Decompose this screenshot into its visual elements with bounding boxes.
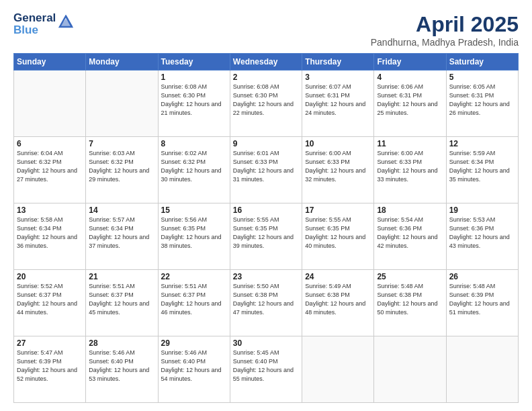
day-info: Sunrise: 5:51 AMSunset: 6:37 PMDaylight:… [161, 282, 227, 317]
day-number: 11 [377, 139, 443, 148]
day-number: 21 [89, 272, 154, 281]
header: General Blue April 2025 Pandhurna, Madhy… [13, 12, 519, 48]
table-row: 12 Sunrise: 5:59 AMSunset: 6:34 PMDaylig… [446, 137, 518, 203]
day-number: 24 [305, 272, 371, 281]
table-row: 26 Sunrise: 5:48 AMSunset: 6:39 PMDaylig… [446, 270, 518, 336]
day-number: 15 [161, 205, 227, 215]
day-info: Sunrise: 5:53 AMSunset: 6:36 PMDaylight:… [449, 216, 515, 250]
calendar-table: Sunday Monday Tuesday Wednesday Thursday… [13, 53, 519, 403]
table-row: 2 Sunrise: 6:08 AMSunset: 6:30 PMDayligh… [230, 71, 302, 137]
day-number: 6 [17, 139, 83, 148]
day-info: Sunrise: 6:05 AMSunset: 6:31 PMDaylight:… [449, 83, 515, 118]
calendar-week-row: 20 Sunrise: 5:52 AMSunset: 6:37 PMDaylig… [14, 270, 519, 336]
day-info: Sunrise: 5:56 AMSunset: 6:35 PMDaylight:… [161, 216, 227, 250]
main-title: April 2025 [371, 12, 519, 37]
table-row: 11 Sunrise: 6:00 AMSunset: 6:33 PMDaylig… [374, 137, 446, 203]
day-info: Sunrise: 5:52 AMSunset: 6:37 PMDaylight:… [17, 282, 83, 317]
day-number: 28 [89, 338, 154, 348]
day-number: 16 [233, 205, 299, 215]
table-row: 5 Sunrise: 6:05 AMSunset: 6:31 PMDayligh… [446, 71, 518, 137]
table-row: 30 Sunrise: 5:45 AMSunset: 6:40 PMDaylig… [230, 336, 302, 403]
day-info: Sunrise: 5:55 AMSunset: 6:35 PMDaylight:… [233, 216, 299, 250]
table-row: 24 Sunrise: 5:49 AMSunset: 6:38 PMDaylig… [302, 270, 374, 336]
table-row: 29 Sunrise: 5:46 AMSunset: 6:40 PMDaylig… [158, 336, 230, 403]
logo: General Blue [13, 12, 73, 36]
table-row [14, 71, 86, 137]
table-row: 14 Sunrise: 5:57 AMSunset: 6:34 PMDaylig… [86, 203, 158, 270]
table-row [446, 336, 518, 403]
col-wednesday: Wednesday [230, 54, 302, 71]
day-number: 22 [161, 272, 227, 281]
day-info: Sunrise: 5:45 AMSunset: 6:40 PMDaylight:… [233, 349, 299, 383]
table-row: 25 Sunrise: 5:48 AMSunset: 6:38 PMDaylig… [374, 270, 446, 336]
day-number: 19 [449, 205, 515, 215]
col-monday: Monday [86, 54, 158, 71]
day-number: 3 [305, 73, 371, 82]
day-info: Sunrise: 5:48 AMSunset: 6:38 PMDaylight:… [377, 282, 443, 317]
day-number: 8 [161, 139, 227, 148]
logo-icon [58, 15, 73, 31]
day-info: Sunrise: 6:08 AMSunset: 6:30 PMDaylight:… [233, 83, 299, 118]
day-info: Sunrise: 6:04 AMSunset: 6:32 PMDaylight:… [17, 149, 83, 184]
table-row: 23 Sunrise: 5:50 AMSunset: 6:38 PMDaylig… [230, 270, 302, 336]
calendar-header-row: Sunday Monday Tuesday Wednesday Thursday… [14, 54, 519, 71]
day-info: Sunrise: 5:51 AMSunset: 6:37 PMDaylight:… [89, 282, 154, 317]
day-info: Sunrise: 5:46 AMSunset: 6:40 PMDaylight:… [161, 349, 227, 383]
day-number: 30 [233, 338, 299, 348]
day-info: Sunrise: 5:54 AMSunset: 6:36 PMDaylight:… [377, 216, 443, 250]
table-row: 17 Sunrise: 5:55 AMSunset: 6:35 PMDaylig… [302, 203, 374, 270]
col-sunday: Sunday [14, 54, 86, 71]
table-row: 19 Sunrise: 5:53 AMSunset: 6:36 PMDaylig… [446, 203, 518, 270]
table-row: 9 Sunrise: 6:01 AMSunset: 6:33 PMDayligh… [230, 137, 302, 203]
logo-blue: Blue [13, 24, 56, 36]
day-number: 29 [161, 338, 227, 348]
day-info: Sunrise: 6:01 AMSunset: 6:33 PMDaylight:… [233, 149, 299, 184]
table-row: 15 Sunrise: 5:56 AMSunset: 6:35 PMDaylig… [158, 203, 230, 270]
col-saturday: Saturday [446, 54, 518, 71]
table-row: 13 Sunrise: 5:58 AMSunset: 6:34 PMDaylig… [14, 203, 86, 270]
day-number: 18 [377, 205, 443, 215]
day-info: Sunrise: 6:07 AMSunset: 6:31 PMDaylight:… [305, 83, 371, 118]
table-row: 16 Sunrise: 5:55 AMSunset: 6:35 PMDaylig… [230, 203, 302, 270]
day-number: 4 [377, 73, 443, 82]
day-info: Sunrise: 5:47 AMSunset: 6:39 PMDaylight:… [17, 349, 83, 383]
table-row: 8 Sunrise: 6:02 AMSunset: 6:32 PMDayligh… [158, 137, 230, 203]
day-number: 26 [449, 272, 515, 281]
logo-general: General [13, 12, 56, 24]
col-thursday: Thursday [302, 54, 374, 71]
day-info: Sunrise: 5:59 AMSunset: 6:34 PMDaylight:… [449, 149, 515, 184]
title-block: April 2025 Pandhurna, Madhya Pradesh, In… [371, 12, 519, 48]
day-number: 25 [377, 272, 443, 281]
calendar-week-row: 1 Sunrise: 6:08 AMSunset: 6:30 PMDayligh… [14, 71, 519, 137]
day-number: 23 [233, 272, 299, 281]
table-row: 10 Sunrise: 6:00 AMSunset: 6:33 PMDaylig… [302, 137, 374, 203]
subtitle: Pandhurna, Madhya Pradesh, India [371, 37, 519, 48]
page: General Blue April 2025 Pandhurna, Madhy… [0, 0, 532, 411]
calendar-week-row: 27 Sunrise: 5:47 AMSunset: 6:39 PMDaylig… [14, 336, 519, 403]
day-info: Sunrise: 5:49 AMSunset: 6:38 PMDaylight:… [305, 282, 371, 317]
day-info: Sunrise: 6:08 AMSunset: 6:30 PMDaylight:… [161, 83, 227, 118]
day-number: 10 [305, 139, 371, 148]
table-row: 7 Sunrise: 6:03 AMSunset: 6:32 PMDayligh… [86, 137, 158, 203]
day-number: 2 [233, 73, 299, 82]
day-info: Sunrise: 5:46 AMSunset: 6:40 PMDaylight:… [89, 349, 154, 383]
day-info: Sunrise: 6:02 AMSunset: 6:32 PMDaylight:… [161, 149, 227, 184]
day-info: Sunrise: 5:58 AMSunset: 6:34 PMDaylight:… [17, 216, 83, 250]
col-friday: Friday [374, 54, 446, 71]
table-row: 4 Sunrise: 6:06 AMSunset: 6:31 PMDayligh… [374, 71, 446, 137]
day-info: Sunrise: 6:03 AMSunset: 6:32 PMDaylight:… [89, 149, 154, 184]
day-number: 27 [17, 338, 83, 348]
table-row: 27 Sunrise: 5:47 AMSunset: 6:39 PMDaylig… [14, 336, 86, 403]
day-number: 14 [89, 205, 154, 215]
day-info: Sunrise: 6:06 AMSunset: 6:31 PMDaylight:… [377, 83, 443, 118]
day-number: 5 [449, 73, 515, 82]
table-row: 28 Sunrise: 5:46 AMSunset: 6:40 PMDaylig… [86, 336, 158, 403]
day-info: Sunrise: 6:00 AMSunset: 6:33 PMDaylight:… [305, 149, 371, 184]
day-number: 7 [89, 139, 154, 148]
day-number: 13 [17, 205, 83, 215]
day-number: 1 [161, 73, 227, 82]
calendar-week-row: 6 Sunrise: 6:04 AMSunset: 6:32 PMDayligh… [14, 137, 519, 203]
table-row: 21 Sunrise: 5:51 AMSunset: 6:37 PMDaylig… [86, 270, 158, 336]
day-number: 12 [449, 139, 515, 148]
calendar-week-row: 13 Sunrise: 5:58 AMSunset: 6:34 PMDaylig… [14, 203, 519, 270]
